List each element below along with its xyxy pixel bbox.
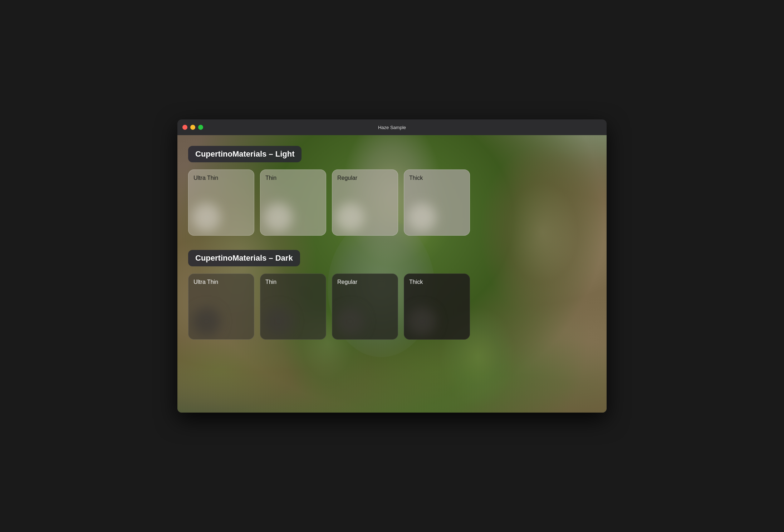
app-window: Haze Sample CupertinoMaterials – Light U… [177,119,607,413]
dark-section: CupertinoMaterials – Dark Ultra Thin Thi… [188,250,596,340]
light-thin-blob [264,203,293,232]
maximize-button[interactable] [198,125,203,130]
light-regular-card: Regular [332,169,398,236]
dark-thick-blob [408,307,436,336]
light-thick-label: Thick [409,175,423,181]
light-section-label: CupertinoMaterials – Light [188,146,302,162]
dark-regular-label: Regular [337,279,357,285]
scroll-area[interactable]: CupertinoMaterials – Light Ultra Thin Th… [177,135,607,413]
dark-section-label: CupertinoMaterials – Dark [188,250,300,266]
dark-thin-blob [264,307,293,336]
light-ultra-thin-label: Ultra Thin [193,175,218,181]
light-thin-label: Thin [265,175,276,181]
light-thick-card: Thick [404,169,470,236]
dark-thick-label: Thick [409,279,423,285]
light-thin-card: Thin [260,169,326,236]
dark-thin-card: Thin [260,274,326,340]
light-ultra-thin-blob [192,203,221,232]
minimize-button[interactable] [190,125,195,130]
dark-regular-blob [336,307,364,336]
dark-ultra-thin-label: Ultra Thin [193,279,218,285]
light-section: CupertinoMaterials – Light Ultra Thin Th… [188,146,596,236]
dark-thick-card: Thick [404,274,470,340]
light-regular-blob [336,203,364,232]
traffic-lights [182,125,203,130]
window-title: Haze Sample [378,125,406,130]
light-materials-row: Ultra Thin Thin Regular Thick [188,169,596,236]
dark-thin-label: Thin [265,279,276,285]
close-button[interactable] [182,125,187,130]
light-regular-label: Regular [337,175,357,181]
titlebar: Haze Sample [177,119,607,135]
dark-regular-card: Regular [332,274,398,340]
light-ultra-thin-card: Ultra Thin [188,169,254,236]
dark-ultra-thin-card: Ultra Thin [188,274,254,340]
window-content: CupertinoMaterials – Light Ultra Thin Th… [177,135,607,413]
light-thick-blob [408,203,436,232]
dark-ultra-thin-blob [192,307,221,336]
dark-materials-row: Ultra Thin Thin Regular Thick [188,274,596,340]
